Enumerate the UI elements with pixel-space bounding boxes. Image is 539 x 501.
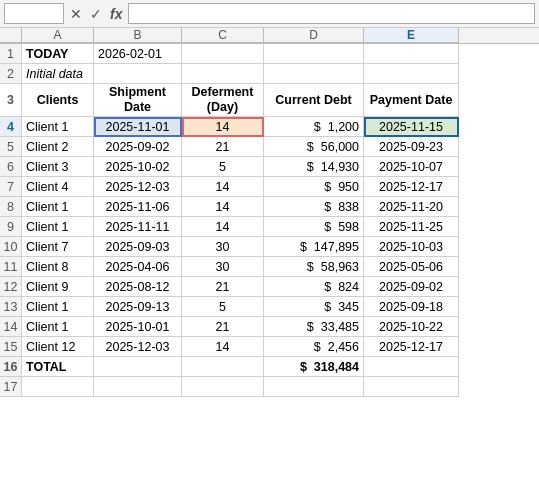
cell-A7[interactable]: Client 4: [22, 177, 94, 197]
cell-B17[interactable]: [94, 377, 182, 397]
cell-D3[interactable]: Current Debt: [264, 84, 364, 117]
cell-C8[interactable]: 14: [182, 197, 264, 217]
cell-B14[interactable]: 2025-10-01: [94, 317, 182, 337]
cell-B16[interactable]: [94, 357, 182, 377]
cell-B6[interactable]: 2025-10-02: [94, 157, 182, 177]
cell-E10[interactable]: 2025-10-03: [364, 237, 459, 257]
cell-E13[interactable]: 2025-09-18: [364, 297, 459, 317]
cell-A8[interactable]: Client 1: [22, 197, 94, 217]
cell-D13[interactable]: $ 345: [264, 297, 364, 317]
cell-C4[interactable]: 14: [182, 117, 264, 137]
cell-A6[interactable]: Client 3: [22, 157, 94, 177]
cell-A9[interactable]: Client 1: [22, 217, 94, 237]
cell-A17[interactable]: [22, 377, 94, 397]
row-3: 3 Clients Shipment Date Deferment (Day) …: [0, 84, 539, 117]
cell-C13[interactable]: 5: [182, 297, 264, 317]
cell-E2[interactable]: [364, 64, 459, 84]
cell-B3[interactable]: Shipment Date: [94, 84, 182, 117]
cell-C10[interactable]: 30: [182, 237, 264, 257]
cell-D2[interactable]: [264, 64, 364, 84]
col-header-B[interactable]: B: [94, 28, 182, 43]
cell-A16[interactable]: TOTAL: [22, 357, 94, 377]
cell-C14[interactable]: 21: [182, 317, 264, 337]
cell-A12[interactable]: Client 9: [22, 277, 94, 297]
cell-D16[interactable]: $ 318,484: [264, 357, 364, 377]
cell-D14[interactable]: $ 33,485: [264, 317, 364, 337]
cell-A4[interactable]: Client 1: [22, 117, 94, 137]
cell-C17[interactable]: [182, 377, 264, 397]
fx-icon[interactable]: fx: [108, 6, 124, 22]
cell-E5[interactable]: 2025-09-23: [364, 137, 459, 157]
cell-A2[interactable]: Initial data: [22, 64, 94, 84]
cell-reference-box[interactable]: E4: [4, 3, 64, 24]
cell-A13[interactable]: Client 1: [22, 297, 94, 317]
cell-D7[interactable]: $ 950: [264, 177, 364, 197]
cell-B13[interactable]: 2025-09-13: [94, 297, 182, 317]
cell-A11[interactable]: Client 8: [22, 257, 94, 277]
cell-D17[interactable]: [264, 377, 364, 397]
cell-E7[interactable]: 2025-12-17: [364, 177, 459, 197]
col-header-A[interactable]: A: [22, 28, 94, 43]
cell-E3[interactable]: Payment Date: [364, 84, 459, 117]
cell-E11[interactable]: 2025-05-06: [364, 257, 459, 277]
cell-C1[interactable]: [182, 44, 264, 64]
cell-D9[interactable]: $ 598: [264, 217, 364, 237]
cell-E12[interactable]: 2025-09-02: [364, 277, 459, 297]
cell-C11[interactable]: 30: [182, 257, 264, 277]
cell-E4[interactable]: 2025-11-15: [364, 117, 459, 137]
cell-E1[interactable]: [364, 44, 459, 64]
cell-E17[interactable]: [364, 377, 459, 397]
cell-D4[interactable]: $ 1,200: [264, 117, 364, 137]
cell-C15[interactable]: 14: [182, 337, 264, 357]
cell-B5[interactable]: 2025-09-02: [94, 137, 182, 157]
cell-D12[interactable]: $ 824: [264, 277, 364, 297]
cell-B4[interactable]: 2025-11-01: [94, 117, 182, 137]
cell-B2[interactable]: [94, 64, 182, 84]
cell-B11[interactable]: 2025-04-06: [94, 257, 182, 277]
cell-E8[interactable]: 2025-11-20: [364, 197, 459, 217]
cell-E15[interactable]: 2025-12-17: [364, 337, 459, 357]
cell-C2[interactable]: [182, 64, 264, 84]
cell-D11[interactable]: $ 58,963: [264, 257, 364, 277]
cell-A5[interactable]: Client 2: [22, 137, 94, 157]
cell-D10[interactable]: $ 147,895: [264, 237, 364, 257]
cell-C9[interactable]: 14: [182, 217, 264, 237]
cell-A1[interactable]: TODAY: [22, 44, 94, 64]
cell-B12[interactable]: 2025-08-12: [94, 277, 182, 297]
col-header-D[interactable]: D: [264, 28, 364, 43]
row-header-6: 6: [0, 157, 22, 177]
cell-E14[interactable]: 2025-10-22: [364, 317, 459, 337]
row-6: 6 Client 3 2025-10-02 5 $ 14,930 2025-10…: [0, 157, 539, 177]
col-header-C[interactable]: C: [182, 28, 264, 43]
cell-B7[interactable]: 2025-12-03: [94, 177, 182, 197]
cell-D1[interactable]: [264, 44, 364, 64]
cell-C16[interactable]: [182, 357, 264, 377]
row-header-13: 13: [0, 297, 22, 317]
cell-B15[interactable]: 2025-12-03: [94, 337, 182, 357]
row-8: 8 Client 1 2025-11-06 14 $ 838 2025-11-2…: [0, 197, 539, 217]
cancel-icon[interactable]: ✕: [68, 6, 84, 22]
cell-C6[interactable]: 5: [182, 157, 264, 177]
cell-E6[interactable]: 2025-10-07: [364, 157, 459, 177]
cell-B9[interactable]: 2025-11-11: [94, 217, 182, 237]
cell-B8[interactable]: 2025-11-06: [94, 197, 182, 217]
cell-C5[interactable]: 21: [182, 137, 264, 157]
cell-A15[interactable]: Client 12: [22, 337, 94, 357]
cell-C12[interactable]: 21: [182, 277, 264, 297]
formula-input[interactable]: =B4+C4: [128, 3, 535, 24]
cell-A14[interactable]: Client 1: [22, 317, 94, 337]
cell-C7[interactable]: 14: [182, 177, 264, 197]
cell-D8[interactable]: $ 838: [264, 197, 364, 217]
cell-A10[interactable]: Client 7: [22, 237, 94, 257]
cell-D15[interactable]: $ 2,456: [264, 337, 364, 357]
cell-C3[interactable]: Deferment (Day): [182, 84, 264, 117]
cell-E16[interactable]: [364, 357, 459, 377]
cell-A3[interactable]: Clients: [22, 84, 94, 117]
cell-B1[interactable]: 2026-02-01: [94, 44, 182, 64]
cell-B10[interactable]: 2025-09-03: [94, 237, 182, 257]
cell-D5[interactable]: $ 56,000: [264, 137, 364, 157]
cell-D6[interactable]: $ 14,930: [264, 157, 364, 177]
confirm-icon[interactable]: ✓: [88, 6, 104, 22]
cell-E9[interactable]: 2025-11-25: [364, 217, 459, 237]
col-header-E[interactable]: E: [364, 28, 459, 43]
